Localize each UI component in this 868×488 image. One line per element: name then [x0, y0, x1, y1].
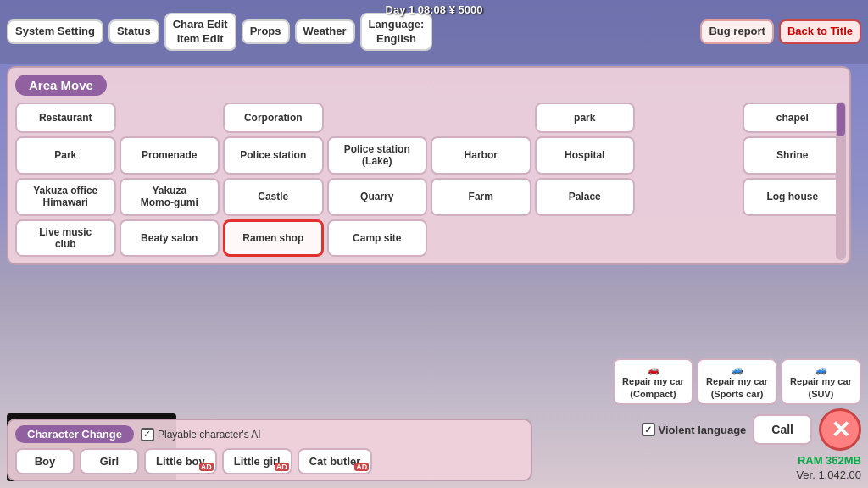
language-button[interactable]: Language: English — [360, 13, 433, 52]
area-btn-beaty-salon[interactable]: Beaty salon — [120, 219, 220, 258]
right-panels: 🚗 Repair my car(Compact) 🚙 Repair my car… — [581, 358, 861, 481]
area-btn-castle[interactable]: Castle — [223, 178, 324, 216]
repair-sports-label: Repair my car(Sports car) — [704, 375, 771, 400]
area-btn-corporation[interactable]: Corporation — [223, 103, 324, 133]
ai-checkbox-row: ✓ Playable character's AI — [141, 428, 261, 441]
lock-badge-cat-butler: AD — [354, 463, 369, 471]
area-btn-promenade[interactable]: Promenade — [120, 136, 220, 175]
area-scrollbar[interactable] — [836, 102, 846, 260]
weather-button[interactable]: Weather — [295, 19, 355, 44]
char-btn-little-girl[interactable]: Little girl AD — [222, 448, 292, 474]
chara-edit-button[interactable]: Chara Edit Item Edit — [164, 13, 236, 52]
area-btn-shrine[interactable]: Shrine — [743, 136, 843, 175]
area-btn-live-music[interactable]: Live music club — [15, 219, 116, 258]
violent-language-row: ✓ Violent language — [642, 423, 747, 436]
back-to-title-button[interactable]: Back to Title — [779, 19, 861, 44]
lock-badge-little-girl: AD — [275, 463, 289, 471]
char-buttons: Boy Girl Little boy AD Little girl AD Ca… — [15, 448, 524, 474]
area-move-title: Area Move — [15, 75, 107, 96]
area-btn-police-station-lake[interactable]: Police station (Lake) — [327, 136, 428, 175]
area-btn-park2[interactable]: park — [535, 103, 636, 133]
area-btn-harbor[interactable]: Harbor — [431, 136, 531, 175]
bug-report-button[interactable]: Bug report — [700, 19, 773, 44]
close-button[interactable]: ✕ — [819, 408, 861, 451]
area-move-panel: Area Move Restaurant Corporation park ch… — [7, 66, 851, 265]
area-btn-park[interactable]: Park — [15, 136, 116, 175]
call-button[interactable]: Call — [753, 414, 812, 445]
area-btn-yakuza-momo[interactable]: Yakuza Momo-gumi — [120, 178, 220, 216]
ai-label: Playable character's AI — [158, 429, 261, 441]
char-btn-girl[interactable]: Girl — [80, 448, 139, 474]
area-scrollbar-thumb — [837, 103, 845, 136]
version-info: Ver. 1.042.00 — [581, 469, 861, 481]
day-info: Day 1 08:08 ¥ 5000 — [386, 3, 483, 16]
area-btn-police-station[interactable]: Police station — [223, 136, 324, 175]
repair-suv-button[interactable]: 🚙 Repair my car(SUV) — [781, 358, 861, 405]
props-button[interactable]: Props — [242, 19, 290, 44]
suv-car-icon: 🚙 — [787, 363, 854, 375]
character-change-title: Character Change — [15, 425, 134, 443]
repair-compact-button[interactable]: 🚗 Repair my car(Compact) — [613, 358, 693, 405]
char-btn-cat-butler[interactable]: Cat butler AD — [298, 448, 373, 474]
status-button[interactable]: Status — [108, 19, 159, 44]
area-btn-farm[interactable]: Farm — [431, 178, 531, 216]
area-grid: Restaurant Corporation park chapel Park … — [15, 103, 843, 257]
repair-row: 🚗 Repair my car(Compact) 🚙 Repair my car… — [581, 358, 861, 405]
repair-compact-label: Repair my car(Compact) — [620, 375, 687, 400]
area-btn-log-house[interactable]: Log house — [743, 178, 843, 216]
char-btn-little-boy[interactable]: Little boy AD — [144, 448, 217, 474]
ram-info: RAM 362MB — [581, 454, 861, 467]
area-btn-hospital[interactable]: Hospital — [535, 136, 636, 175]
compact-car-icon: 🚗 — [620, 363, 687, 375]
violent-language-label: Violent language — [659, 424, 747, 436]
repair-sports-button[interactable]: 🚙 Repair my car(Sports car) — [697, 358, 777, 405]
char-header: Character Change ✓ Playable character's … — [15, 425, 524, 443]
sports-car-icon: 🚙 — [704, 363, 771, 375]
violent-row: ✓ Violent language Call ✕ — [581, 408, 861, 451]
char-btn-boy[interactable]: Boy — [15, 448, 75, 474]
area-btn-quarry[interactable]: Quarry — [327, 178, 428, 216]
system-setting-button[interactable]: System Setting — [7, 19, 103, 44]
violent-checkbox[interactable]: ✓ — [642, 423, 655, 436]
lock-badge-little-boy: AD — [199, 463, 214, 471]
area-btn-camp-site[interactable]: Camp site — [327, 219, 428, 258]
repair-suv-label: Repair my car(SUV) — [787, 375, 854, 400]
area-btn-restaurant[interactable]: Restaurant — [15, 103, 116, 133]
area-btn-palace[interactable]: Palace — [535, 178, 636, 216]
area-btn-yakuza-himawari[interactable]: Yakuza office Himawari — [15, 178, 116, 216]
ai-checkbox[interactable]: ✓ — [141, 428, 154, 441]
character-change-panel: Character Change ✓ Playable character's … — [7, 419, 532, 481]
area-btn-chapel[interactable]: chapel — [743, 103, 843, 133]
area-btn-ramen-shop[interactable]: Ramen shop — [223, 219, 324, 258]
